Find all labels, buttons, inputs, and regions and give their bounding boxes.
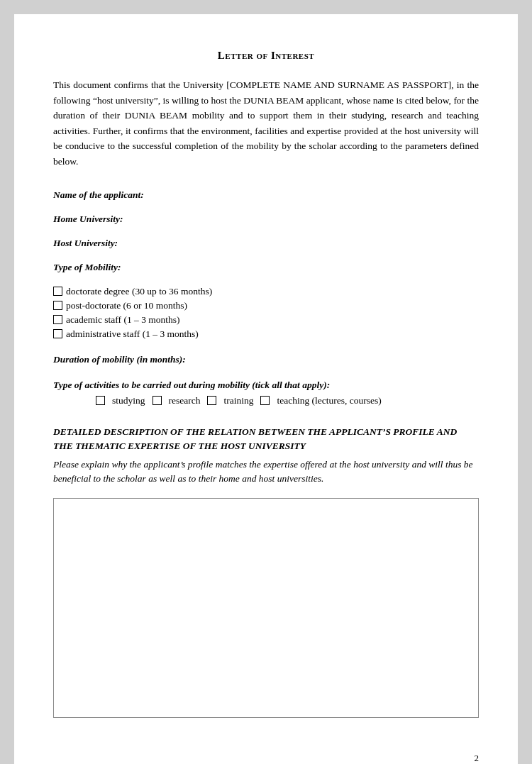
training-label: training — [223, 395, 253, 406]
detailed-section: DETAILED DESCRIPTION OF THE RELATION BET… — [53, 425, 479, 487]
home-university-label: Home University: — [53, 214, 479, 225]
host-university-label: Host University: — [53, 238, 479, 249]
intro-text: This document confirms that the Universi… — [53, 77, 479, 170]
academic-staff-label: academic staff (1 – 3 months) — [66, 314, 180, 326]
detailed-title: DETAILED DESCRIPTION OF THE RELATION BET… — [53, 425, 479, 454]
research-checkbox[interactable] — [153, 396, 162, 405]
teaching-label: teaching (lectures, courses) — [277, 395, 381, 406]
admin-staff-checkbox[interactable] — [53, 329, 62, 338]
page-title: Letter of Interest — [53, 50, 479, 62]
studying-label: studying — [112, 395, 145, 406]
detailed-subtitle: Please explain why the applicant’s profi… — [53, 458, 479, 487]
description-text-box[interactable] — [53, 498, 479, 718]
admin-staff-label: administrative staff (1 – 3 months) — [66, 328, 199, 340]
list-item: administrative staff (1 – 3 months) — [53, 328, 479, 340]
list-item: teaching (lectures, courses) — [260, 395, 381, 406]
academic-staff-checkbox[interactable] — [53, 315, 62, 324]
applicant-label: Name of the applicant: — [53, 189, 479, 201]
activities-checkboxes: studying research training teaching (lec… — [53, 395, 479, 406]
postdoc-checkbox[interactable] — [53, 301, 62, 310]
page: Letter of Interest This document confirm… — [14, 14, 518, 764]
list-item: studying — [96, 395, 145, 406]
type-mobility-label: Type of Mobility: — [53, 262, 479, 273]
list-item: doctorate degree (30 up to 36 months) — [53, 286, 479, 297]
duration-section: Duration of mobility (in months): — [53, 354, 479, 365]
mobility-types-section: doctorate degree (30 up to 36 months) po… — [53, 286, 479, 340]
list-item: post-doctorate (6 or 10 months) — [53, 300, 479, 311]
studying-checkbox[interactable] — [96, 396, 105, 405]
postdoc-label: post-doctorate (6 or 10 months) — [66, 300, 187, 311]
activities-section: Type of activities to be carried out dur… — [53, 380, 479, 406]
research-label: research — [169, 395, 201, 406]
duration-label: Duration of mobility (in months): — [53, 354, 479, 365]
page-number: 2 — [475, 753, 480, 764]
activities-label: Type of activities to be carried out dur… — [53, 380, 479, 391]
training-checkbox[interactable] — [207, 396, 216, 405]
teaching-checkbox[interactable] — [260, 396, 270, 405]
list-item: academic staff (1 – 3 months) — [53, 314, 479, 326]
doctorate-label: doctorate degree (30 up to 36 months) — [66, 286, 212, 297]
list-item: research — [153, 395, 201, 406]
list-item: training — [207, 395, 253, 406]
doctorate-checkbox[interactable] — [53, 287, 62, 296]
